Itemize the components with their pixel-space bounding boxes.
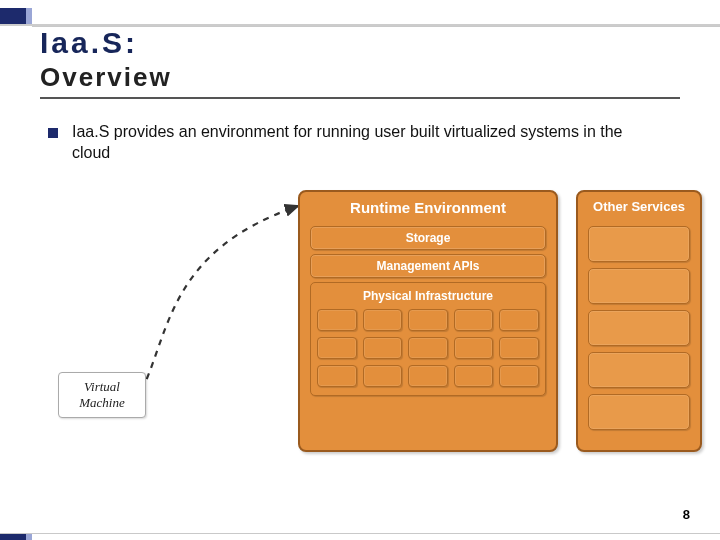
infra-node (363, 309, 403, 331)
vm-label-line2: Machine (65, 395, 139, 411)
bullet-text: Iaa.S provides an environment for runnin… (72, 122, 662, 164)
infra-node (499, 365, 539, 387)
infra-node (317, 309, 357, 331)
slide-top-accent (0, 0, 720, 26)
runtime-environment-panel: Runtime Environment Storage Management A… (298, 190, 558, 452)
slide-title: Iaa.S: (40, 26, 138, 60)
other-services-header: Other Services (578, 192, 700, 220)
service-box (588, 394, 690, 430)
architecture-diagram: Virtual Machine Runtime Environment Stor… (0, 190, 720, 490)
runtime-header: Runtime Environment (300, 192, 556, 222)
infra-node (499, 309, 539, 331)
title-divider (40, 97, 680, 99)
infra-node (408, 309, 448, 331)
service-box (588, 310, 690, 346)
infrastructure-node-grid (317, 309, 539, 387)
slide-bottom-accent (0, 520, 720, 540)
other-services-stack (578, 226, 700, 444)
management-apis-box: Management APIs (310, 254, 546, 278)
infra-node (317, 365, 357, 387)
infra-node (499, 337, 539, 359)
storage-box: Storage (310, 226, 546, 250)
infra-node (408, 337, 448, 359)
infra-node (363, 337, 403, 359)
infra-node (454, 309, 494, 331)
infra-node (454, 365, 494, 387)
bullet-icon (48, 128, 58, 138)
infra-node (454, 337, 494, 359)
other-services-panel: Other Services (576, 190, 702, 452)
service-box (588, 352, 690, 388)
vm-label-line1: Virtual (65, 379, 139, 395)
slide-subtitle: Overview (40, 62, 172, 93)
service-box (588, 226, 690, 262)
infra-node (363, 365, 403, 387)
infra-node (317, 337, 357, 359)
physical-infrastructure-title: Physical Infrastructure (317, 287, 539, 309)
virtual-machine-box: Virtual Machine (58, 372, 146, 418)
infra-node (408, 365, 448, 387)
physical-infrastructure-box: Physical Infrastructure (310, 282, 546, 396)
service-box (588, 268, 690, 304)
